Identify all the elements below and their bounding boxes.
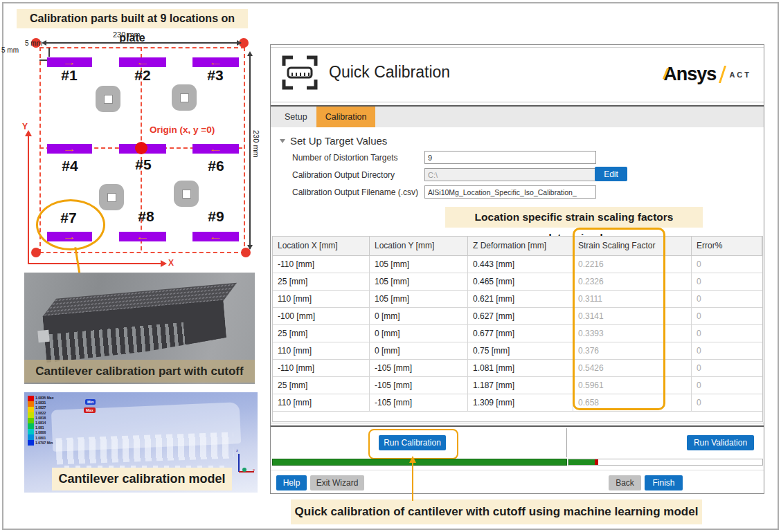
calibration-bar: ← (192, 144, 239, 154)
table-cell[interactable]: 0 [mm] (370, 308, 468, 324)
table-cell[interactable]: 110 [mm] (273, 394, 370, 411)
table-cell[interactable]: 0 (692, 273, 762, 290)
table-cell[interactable]: 105 [mm] (370, 291, 468, 307)
contour-legend: 1.0835 Max1.08311.08271.08221.08181.0814… (28, 396, 53, 446)
plate-corner-dot (31, 248, 41, 257)
table-cell[interactable]: 0.75 [mm] (468, 342, 573, 359)
table-column-header: Strain Scaling Factor (573, 237, 692, 255)
help-button[interactable]: Help (276, 475, 307, 490)
back-button[interactable]: Back (609, 475, 641, 490)
table-cell[interactable]: -105 [mm] (370, 377, 468, 394)
table-cell[interactable]: 0 (692, 308, 762, 324)
distortion-targets-input[interactable] (424, 151, 596, 164)
table-cell[interactable]: 0.677 [mm] (468, 325, 573, 342)
table-cell[interactable]: 0.3141 (573, 308, 692, 324)
table-cell[interactable]: 1.187 [mm] (468, 377, 573, 394)
table-cell[interactable]: 0 [mm] (370, 342, 468, 359)
witness-part (99, 184, 124, 210)
table-cell[interactable]: 0.5961 (573, 377, 692, 394)
table-cell[interactable]: 0.621 [mm] (468, 291, 573, 307)
edit-button[interactable]: Edit (595, 167, 627, 181)
field-label-output-filename: Calibration Output Filename (.csv) (292, 187, 418, 197)
legend-color-swatch (28, 423, 34, 429)
run-calibration-button[interactable]: Run Calibration (379, 435, 446, 450)
legend-value: 1.0831 (35, 401, 53, 405)
table-cell[interactable]: -105 [mm] (370, 394, 468, 411)
table-body: -110 [mm]105 [mm]0.443 [mm]0.2216025 [mm… (273, 256, 762, 412)
x-axis-arrow (161, 260, 167, 267)
table-cell[interactable]: -105 [mm] (370, 360, 468, 376)
table-cell[interactable]: 0 (692, 256, 762, 273)
table-cell[interactable]: 0.3393 (573, 325, 692, 342)
table-cell[interactable]: 110 [mm] (273, 291, 370, 307)
table-cell[interactable]: 0 (692, 377, 762, 394)
location-label: #2 (134, 67, 150, 84)
top-annotation-label: Calibration parts built at 9 locations o… (17, 9, 248, 28)
table-cell[interactable]: 0.443 [mm] (468, 256, 573, 273)
tab-calibration[interactable]: Calibration (316, 107, 376, 127)
x-axis-line (28, 263, 162, 264)
table-cell[interactable]: 0.627 [mm] (468, 308, 573, 324)
legend-color-swatch (28, 396, 34, 401)
table-row: 110 [mm]105 [mm]0.621 [mm]0.31110 (273, 291, 762, 308)
table-cell[interactable]: 1.081 [mm] (468, 360, 573, 376)
table-cell[interactable]: 0.465 [mm] (468, 273, 573, 290)
table-cell[interactable]: 110 [mm] (273, 342, 370, 359)
legend-color-swatch (28, 429, 34, 434)
table-cell[interactable]: -100 [mm] (273, 308, 370, 324)
model-caption: Cantilever calibration model (52, 468, 232, 490)
act-label: ACT (729, 71, 751, 79)
table-cell[interactable]: 0 (692, 291, 762, 307)
dim-label-230-top: 230 mm (113, 30, 141, 39)
table-column-header: Z Deformation [mm] (468, 237, 573, 255)
legend-value: 1.0827 (35, 405, 53, 410)
validation-progress-bar (568, 459, 763, 466)
table-cell[interactable]: 25 [mm] (273, 273, 370, 290)
table-cell[interactable]: 0.376 (573, 342, 692, 359)
y-axis-line (28, 136, 29, 264)
cutoff-tab (37, 330, 49, 342)
output-filename-input[interactable] (424, 185, 596, 199)
dim-label-5mm-left: 5 mm (1, 46, 19, 54)
legend-value: 1.0814 (35, 421, 53, 425)
cantilever-part (41, 284, 227, 365)
location-label: #6 (208, 158, 224, 174)
table-cell[interactable]: 0 (692, 325, 762, 342)
triad-x-axis (239, 471, 254, 473)
targets-table: Location X [mm]Location Y [mm]Z Deformat… (272, 236, 763, 422)
ansys-wordmark: Ansys (663, 64, 716, 85)
table-cell[interactable]: 0.2216 (573, 256, 692, 273)
table-cell[interactable]: -110 [mm] (273, 256, 370, 273)
table-cell[interactable]: 0 (692, 342, 762, 359)
table-cell[interactable]: 1.309 [mm] (468, 394, 573, 411)
table-cell[interactable]: -110 [mm] (273, 360, 370, 376)
table-cell[interactable]: 0.3111 (573, 291, 692, 307)
table-cell[interactable]: 105 [mm] (370, 273, 468, 290)
exit-wizard-button[interactable]: Exit Wizard (310, 475, 364, 490)
header-separator (271, 102, 764, 102)
axis-triad: z x (232, 451, 255, 479)
dim-line-230-top (43, 42, 241, 44)
section-set-up-target-values[interactable]: Set Up Target Values (280, 135, 387, 147)
table-cell[interactable]: 0.658 (573, 394, 692, 411)
table-cell[interactable]: 0 [mm] (370, 325, 468, 342)
finish-button[interactable]: Finish (645, 475, 683, 490)
validation-progress-red-tip (595, 459, 598, 465)
output-directory-input[interactable] (424, 168, 596, 181)
table-cell[interactable]: 0 (692, 394, 762, 411)
table-column-header: Location Y [mm] (370, 237, 468, 255)
table-cell[interactable]: 0 (692, 360, 762, 376)
table-cell[interactable]: 0.5426 (573, 360, 692, 376)
calibration-bar: → (47, 57, 92, 67)
tab-setup[interactable]: Setup (276, 107, 316, 127)
table-cell[interactable]: 105 [mm] (370, 256, 468, 273)
legend-swatches (28, 396, 34, 446)
dim-arrow (42, 40, 46, 46)
table-header-row: Location X [mm]Location Y [mm]Z Deformat… (273, 237, 762, 256)
panel-vertical-divider (566, 428, 567, 457)
legend-color-swatch (28, 407, 34, 412)
table-cell[interactable]: 0.2326 (573, 273, 692, 290)
table-cell[interactable]: 25 [mm] (273, 377, 370, 394)
table-cell[interactable]: 25 [mm] (273, 325, 370, 342)
run-validation-button[interactable]: Run Validation (687, 435, 754, 450)
